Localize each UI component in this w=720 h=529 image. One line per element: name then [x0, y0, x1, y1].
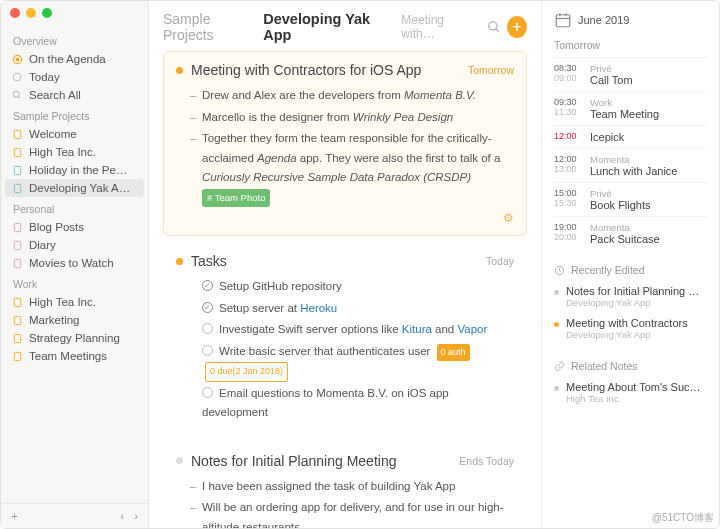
checkbox-icon[interactable]: [202, 345, 213, 356]
task-item[interactable]: Write basic server that authenticates us…: [190, 342, 514, 382]
event-time-start: 12:00: [554, 131, 582, 141]
event-time-start: 09:30: [554, 97, 582, 107]
watermark: @51CTO博客: [652, 511, 714, 525]
related-note-sub: High Tea Inc.: [566, 393, 707, 404]
sidebar-section-header: Personal: [1, 197, 148, 218]
calendar-event[interactable]: 12:00Icepick: [554, 125, 707, 148]
nav-next-icon[interactable]: ›: [134, 510, 138, 522]
task-item[interactable]: Setup GitHub repository: [190, 277, 514, 297]
event-time-start: 08:30: [554, 63, 582, 73]
event-time-end: 11:30: [554, 107, 582, 117]
event-category: Momenta: [590, 222, 707, 233]
doc-icon: [11, 350, 23, 362]
section-header: Recently Edited: [554, 264, 707, 276]
doc-icon: [11, 182, 23, 194]
section-header: Related Notes: [554, 360, 707, 372]
sidebar-section-header: Sample Projects: [1, 104, 148, 125]
sidebar-item[interactable]: Marketing: [1, 311, 148, 329]
related-note-sub: Developing Yak App: [566, 329, 707, 340]
sidebar-item-label: High Tea Inc.: [29, 146, 96, 158]
calendar-event[interactable]: 09:3011:30WorkTeam Meeting: [554, 91, 707, 125]
note-title: Meeting with Contractors for iOS App: [191, 62, 460, 78]
calendar-event[interactable]: 08:3009:00PrivéCall Tom: [554, 57, 707, 91]
task-item[interactable]: Investigate Swift server options like Ki…: [190, 320, 514, 340]
status-dot-icon: [176, 457, 183, 464]
calendar-header[interactable]: June 2019: [554, 11, 707, 29]
checkbox-icon[interactable]: [202, 323, 213, 334]
related-note-item[interactable]: Meeting with ContractorsDeveloping Yak A…: [554, 314, 707, 346]
breadcrumb-project[interactable]: Sample Projects: [163, 11, 257, 43]
sidebar-item-label: Welcome: [29, 128, 77, 140]
status-dot-icon: [176, 258, 183, 265]
sidebar-item[interactable]: Team Meetings: [1, 347, 148, 365]
sidebar-item-label: Movies to Watch: [29, 257, 114, 269]
sidebar-item[interactable]: Strategy Planning: [1, 329, 148, 347]
note-card[interactable]: TasksToday Setup GitHub repositorySetup …: [163, 242, 527, 436]
doc-icon: [11, 257, 23, 269]
note-card[interactable]: Notes for Initial Planning MeetingEnds T…: [163, 442, 527, 528]
sidebar-item[interactable]: On the Agenda: [1, 50, 148, 68]
circle-icon: [11, 71, 23, 83]
related-note-item[interactable]: Notes for Initial Planning …Developing Y…: [554, 282, 707, 314]
sidebar-item[interactable]: High Tea Inc.: [1, 293, 148, 311]
close-icon[interactable]: [10, 8, 20, 18]
target-icon: [11, 53, 23, 65]
related-note-sub: Developing Yak App: [566, 297, 707, 308]
note-date: Tomorrow: [468, 64, 514, 76]
svg-rect-8: [14, 184, 20, 192]
sidebar-item[interactable]: Holiday in the Pe…: [1, 161, 148, 179]
search-icon[interactable]: [487, 20, 501, 34]
sidebar-item-label: Search All: [29, 89, 81, 101]
doc-icon: [11, 146, 23, 158]
sidebar-item[interactable]: High Tea Inc.: [1, 143, 148, 161]
event-title: Book Flights: [590, 199, 707, 211]
svg-rect-14: [14, 334, 20, 342]
doc-icon: [11, 296, 23, 308]
sidebar-item[interactable]: Today: [1, 68, 148, 86]
task-item[interactable]: Setup server at Heroku: [190, 299, 514, 319]
sidebar-item[interactable]: Diary: [1, 236, 148, 254]
sidebar-item[interactable]: Search All: [1, 86, 148, 104]
note-line: Marcello is the designer from Wrinkly Pe…: [190, 108, 514, 128]
event-category: Privé: [590, 63, 707, 74]
checkbox-icon[interactable]: [202, 387, 213, 398]
gear-icon[interactable]: ⚙: [176, 211, 514, 225]
calendar-event[interactable]: 15:0015:30PrivéBook Flights: [554, 182, 707, 216]
sidebar-item[interactable]: Blog Posts: [1, 218, 148, 236]
note-body: I have been assigned the task of buildin…: [176, 477, 514, 528]
calendar-event[interactable]: 12:0013:00MomentaLunch with Janice: [554, 148, 707, 182]
checkbox-icon[interactable]: [202, 302, 213, 313]
sidebar-item[interactable]: Welcome: [1, 125, 148, 143]
svg-line-4: [18, 96, 20, 98]
note-line: I have been assigned the task of buildin…: [190, 477, 514, 497]
related-note-title: Meeting About Tom's Suc…: [566, 381, 707, 393]
main-panel: Sample Projects Developing Yak App Meeti…: [149, 1, 541, 528]
calendar-event[interactable]: 19:0020:00MomentaPack Suitcase: [554, 216, 707, 250]
sidebar-item[interactable]: Developing Yak A…: [5, 179, 144, 197]
window-traffic-lights[interactable]: [10, 8, 52, 18]
add-note-button[interactable]: +: [507, 16, 527, 38]
doc-icon: [11, 164, 23, 176]
sidebar: OverviewOn the AgendaTodaySearch AllSamp…: [1, 1, 149, 528]
note-line: Drew and Alex are the developers from Mo…: [190, 86, 514, 106]
event-time-end: 09:00: [554, 73, 582, 83]
event-category: Momenta: [590, 154, 707, 165]
checkbox-icon[interactable]: [202, 280, 213, 291]
sidebar-item-label: On the Agenda: [29, 53, 106, 65]
note-card[interactable]: Meeting with Contractors for iOS AppTomo…: [163, 51, 527, 236]
svg-rect-15: [14, 352, 20, 360]
event-time-start: 12:00: [554, 154, 582, 164]
minimize-icon[interactable]: [26, 8, 36, 18]
breadcrumb-note[interactable]: Meeting with…: [401, 13, 474, 41]
nav-prev-icon[interactable]: ‹: [120, 510, 124, 522]
note-title: Tasks: [191, 253, 478, 269]
related-note-item[interactable]: Meeting About Tom's Suc…High Tea Inc.: [554, 378, 707, 410]
right-panel: June 2019Tomorrow08:3009:00PrivéCall Tom…: [541, 1, 719, 528]
sidebar-footer: +‹›: [1, 503, 148, 528]
sidebar-item[interactable]: Movies to Watch: [1, 254, 148, 272]
svg-rect-6: [14, 148, 20, 156]
add-button[interactable]: +: [11, 510, 18, 522]
svg-rect-10: [14, 241, 20, 249]
zoom-icon[interactable]: [42, 8, 52, 18]
task-item[interactable]: Email questions to Momenta B.V. on iOS a…: [190, 384, 514, 423]
